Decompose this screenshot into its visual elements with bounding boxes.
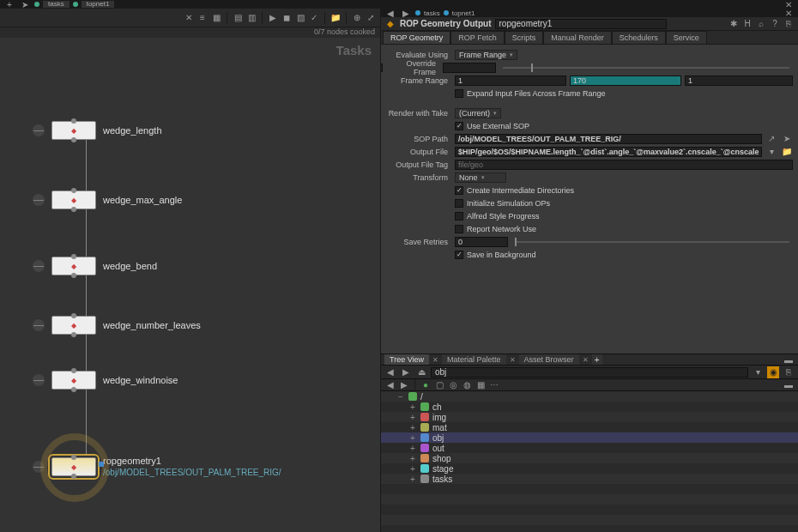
bypass-toggle[interactable]: — bbox=[33, 260, 45, 272]
back-icon[interactable]: ◀ bbox=[384, 366, 396, 378]
override-frame-slider[interactable] bbox=[503, 67, 789, 69]
eye-icon[interactable]: ◎ bbox=[447, 379, 459, 391]
network-node[interactable]: —◆wedge_length bbox=[33, 121, 162, 140]
treeview-tab[interactable]: Asset Browser bbox=[519, 354, 579, 365]
fwd-icon[interactable]: ▶ bbox=[400, 366, 412, 378]
output-file-input[interactable] bbox=[455, 147, 762, 157]
override-frame-toggle[interactable] bbox=[381, 63, 383, 72]
param-tab[interactable]: Service bbox=[666, 31, 707, 44]
bypass-toggle[interactable]: — bbox=[33, 124, 45, 136]
tree-row[interactable]: +img bbox=[381, 412, 798, 422]
wrench-icon[interactable]: ✕ bbox=[183, 12, 195, 24]
back-icon[interactable]: ◀ bbox=[384, 379, 396, 391]
menu-icon[interactable]: ▬ bbox=[783, 354, 795, 366]
fwd-icon[interactable]: ▶ bbox=[398, 379, 410, 391]
node-tile[interactable]: ◆ bbox=[51, 190, 96, 209]
node-tile[interactable]: ◆ bbox=[51, 257, 96, 275]
param-tab[interactable]: Scripts bbox=[505, 31, 544, 44]
list-icon[interactable]: ≡ bbox=[196, 12, 209, 24]
override-frame-input[interactable] bbox=[443, 63, 496, 73]
bypass-toggle[interactable]: — bbox=[33, 319, 45, 331]
check-icon[interactable]: ✓ bbox=[308, 12, 320, 24]
jump-icon[interactable]: ➤ bbox=[781, 133, 793, 145]
dots-icon[interactable]: ⋯ bbox=[488, 379, 500, 391]
bypass-toggle[interactable]: — bbox=[33, 374, 45, 386]
treeview-tab[interactable]: Material Palette bbox=[442, 354, 506, 365]
alfred-checkbox[interactable] bbox=[455, 212, 463, 221]
expand-icon[interactable]: − bbox=[398, 392, 405, 402]
treeview-tab[interactable]: Tree View bbox=[384, 354, 429, 365]
node-tile[interactable]: ◆ bbox=[51, 457, 96, 476]
chart-icon[interactable]: ▧ bbox=[294, 12, 306, 24]
expand-files-checkbox[interactable] bbox=[455, 89, 463, 98]
expand-icon[interactable]: + bbox=[410, 464, 417, 474]
network-checkbox[interactable] bbox=[455, 225, 463, 233]
close-tab-icon[interactable]: ✕ bbox=[581, 356, 590, 364]
expand-icon[interactable]: + bbox=[410, 454, 417, 463]
tree-row[interactable]: +ch bbox=[381, 402, 798, 412]
menu-icon[interactable]: ▬ bbox=[783, 379, 795, 391]
treeview-list[interactable]: −/+ch+img+mat+obj+out+shop+stage+tasks bbox=[381, 391, 798, 532]
crumb-topnet1[interactable]: topnet1 bbox=[82, 1, 115, 8]
network-node[interactable]: —◆wedge_windnoise bbox=[33, 371, 178, 390]
expand-icon[interactable]: ⤢ bbox=[365, 12, 377, 24]
network-node[interactable]: —◆ropgeometry1/obj/MODEL_TREES/OUT_PALM_… bbox=[33, 456, 240, 478]
crumb-tasks[interactable]: tasks bbox=[43, 1, 70, 8]
param-tab[interactable]: ROP Geometry bbox=[383, 31, 450, 44]
node-tile[interactable]: ◆ bbox=[51, 121, 96, 140]
tree-row[interactable]: +shop bbox=[381, 453, 798, 463]
bypass-toggle[interactable]: — bbox=[33, 194, 45, 206]
stop-icon[interactable]: ◼ bbox=[281, 12, 293, 24]
network-node[interactable]: —◆wedge_bend bbox=[33, 257, 157, 275]
treeview-path-input[interactable] bbox=[431, 367, 748, 378]
crumb[interactable]: topnet1 bbox=[452, 9, 475, 17]
grid-icon[interactable]: ▦ bbox=[475, 379, 487, 391]
pin-icon[interactable]: ⎘ bbox=[783, 18, 795, 30]
gear-icon[interactable]: ✱ bbox=[728, 18, 740, 30]
init-sim-checkbox[interactable] bbox=[455, 199, 463, 208]
crumb[interactable]: tasks bbox=[424, 9, 440, 17]
play-icon[interactable]: ▶ bbox=[267, 12, 279, 24]
tree-row[interactable]: +mat bbox=[381, 422, 798, 432]
use-external-sop-checkbox[interactable] bbox=[455, 122, 463, 130]
evaluate-using-dropdown[interactable]: Frame Range bbox=[455, 50, 517, 60]
pin-icon[interactable]: ◉ bbox=[767, 366, 779, 378]
expand-icon[interactable]: + bbox=[410, 444, 417, 453]
frame-end-input[interactable] bbox=[570, 76, 681, 86]
folder-icon[interactable]: 📁 bbox=[329, 12, 342, 24]
network-canvas[interactable]: —◆wedge_length—◆wedge_max_angle—◆wedge_b… bbox=[0, 63, 380, 532]
rows-icon[interactable]: ▥ bbox=[245, 12, 257, 24]
expand-icon[interactable]: + bbox=[410, 475, 417, 484]
search-icon[interactable]: ⌕ bbox=[755, 18, 767, 30]
tree-row[interactable]: −/ bbox=[381, 391, 798, 402]
frame-start-input[interactable] bbox=[455, 76, 566, 86]
save-bg-checkbox[interactable] bbox=[455, 251, 463, 259]
close-tab-icon[interactable]: ✕ bbox=[431, 356, 440, 364]
expand-icon[interactable]: + bbox=[410, 413, 417, 422]
node-tile[interactable]: ◆ bbox=[51, 371, 96, 390]
tree-row[interactable]: +tasks bbox=[381, 474, 798, 484]
param-tab[interactable]: ROP Fetch bbox=[450, 31, 504, 44]
grid-icon[interactable]: ▦ bbox=[210, 12, 222, 24]
help-icon[interactable]: ? bbox=[769, 18, 781, 30]
home-icon[interactable]: ● bbox=[420, 379, 432, 391]
expand-icon[interactable]: + bbox=[410, 423, 417, 432]
network-node[interactable]: —◆wedge_max_angle bbox=[33, 190, 182, 209]
operator-chooser-icon[interactable]: ↗ bbox=[765, 133, 777, 145]
save-retries-input[interactable] bbox=[455, 237, 508, 247]
add-tab-button[interactable]: + bbox=[592, 354, 602, 365]
file-chooser-icon[interactable]: 📁 bbox=[781, 146, 793, 158]
param-tab[interactable]: Manual Render bbox=[543, 31, 612, 44]
tree-row[interactable]: +stage bbox=[381, 463, 798, 474]
tree-row[interactable]: +obj bbox=[381, 432, 798, 443]
bypass-toggle[interactable]: — bbox=[33, 461, 45, 473]
tree-row[interactable]: +out bbox=[381, 443, 798, 453]
close-tab-icon[interactable]: ✕ bbox=[508, 356, 517, 364]
transform-dropdown[interactable]: None bbox=[455, 172, 506, 183]
node-name-input[interactable] bbox=[495, 19, 667, 29]
home-icon[interactable]: ⏏ bbox=[415, 366, 427, 378]
frame-step-input[interactable] bbox=[685, 76, 793, 86]
param-tab[interactable]: Schedulers bbox=[612, 31, 666, 44]
save-retries-slider[interactable] bbox=[515, 241, 789, 243]
h-icon[interactable]: H bbox=[741, 18, 753, 30]
